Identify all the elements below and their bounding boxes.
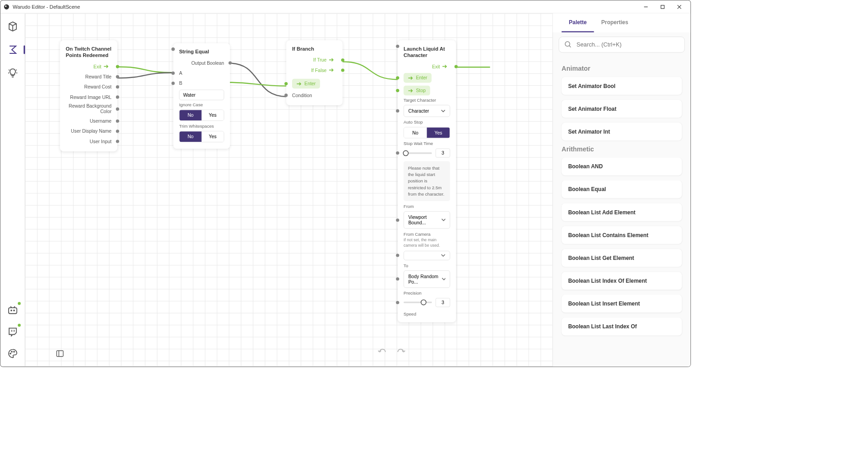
redo-button[interactable] [394,345,408,358]
svg-point-8 [13,310,14,311]
left-sidebar [0,13,25,367]
node-title: On Twitch Channel Points Redeemed [60,46,117,62]
stop-wait-value[interactable]: 3 [435,149,450,158]
status-dot [18,324,21,326]
svg-point-16 [565,41,570,46]
palette-item[interactable]: Boolean Equal [562,181,682,198]
palette-item[interactable]: Set Animator Float [562,100,682,118]
node-string-equal[interactable]: String Equal Output Boolean A B Ignore C… [173,43,230,149]
from-camera-select[interactable] [403,251,450,260]
titlebar: Warudo Editor - DefaultScene [0,0,690,14]
right-panel: Palette Properties Animator Set Animator… [553,13,690,367]
search-input[interactable] [576,41,679,48]
node-if-branch[interactable]: If Branch If True If False Enter Conditi… [286,40,342,105]
stop-wait-slider[interactable] [403,152,432,154]
tab-palette[interactable]: Palette [562,13,594,32]
svg-point-0 [4,4,9,9]
palette-item[interactable]: Boolean AND [562,157,682,175]
sidebar-sigma-icon[interactable] [5,42,20,57]
svg-point-13 [13,351,14,352]
category-title: Arithmetic [562,145,682,153]
precision-value[interactable]: 3 [435,298,450,307]
sidebar-palette-icon[interactable] [5,346,20,361]
enter-button[interactable]: Enter [403,73,431,83]
node-launch-liquid[interactable]: Launch Liquid At Character Exit Enter St… [398,40,456,322]
target-character-select[interactable]: Character [403,105,450,117]
palette-item[interactable]: Boolean List Index Of Element [562,272,682,290]
svg-rect-6 [9,308,17,314]
ignore-case-toggle[interactable]: No Yes [179,110,224,121]
palette-item[interactable]: Boolean List Contains Element [562,226,682,244]
precision-slider[interactable] [403,302,432,303]
node-title: If Branch [286,46,342,55]
palette-item[interactable]: Boolean List Add Element [562,203,682,221]
stop-button[interactable]: Stop [403,86,430,95]
window-title: Warudo Editor - DefaultScene [13,4,638,10]
trim-ws-toggle[interactable]: No Yes [179,131,224,143]
tab-properties[interactable]: Properties [594,13,636,32]
palette-list[interactable]: Animator Set Animator Bool Set Animator … [553,57,691,367]
minimize-button[interactable] [638,1,654,12]
sidebar-bilibili-icon[interactable] [5,303,20,317]
svg-rect-14 [57,351,63,357]
node-twitch-points[interactable]: On Twitch Channel Points Redeemed Exit R… [60,40,117,151]
svg-point-1 [5,5,6,7]
app-icon [3,4,10,10]
palette-item[interactable]: Boolean List Last Index Of [562,318,682,336]
svg-point-12 [11,351,12,352]
to-select[interactable]: Body Random Po... [403,270,450,288]
sidebar-cube-icon[interactable] [5,19,20,34]
sidebar-lightbulb-icon[interactable] [5,66,20,80]
svg-line-17 [569,46,571,47]
node-title: Launch Liquid At Character [398,46,456,62]
palette-item[interactable]: Boolean List Insert Element [562,295,682,312]
node-title: String Equal [173,48,230,58]
auto-stop-toggle[interactable]: No Yes [403,127,450,139]
enter-button[interactable]: Enter [292,79,320,88]
b-input[interactable] [179,90,224,100]
search-icon [564,41,572,49]
search-box[interactable] [559,36,685,52]
sidebar-twitch-icon[interactable] [5,325,20,339]
palette-item[interactable]: Set Animator Bool [562,77,682,95]
undo-button[interactable] [376,345,389,358]
from-select[interactable]: Viewport Bound... [403,212,450,229]
palette-item[interactable]: Set Animator Int [562,123,682,140]
note: Please note that the liquid start positi… [403,161,450,202]
maximize-button[interactable] [654,1,671,12]
category-title: Animator [562,65,682,73]
status-dot [18,302,21,305]
svg-point-7 [10,310,11,311]
svg-point-11 [10,353,10,354]
panel-toggle-button[interactable] [56,349,64,359]
palette-item[interactable]: Boolean List Get Element [562,249,682,267]
node-canvas[interactable]: On Twitch Channel Points Redeemed Exit R… [25,13,553,367]
close-button[interactable] [671,1,688,12]
svg-rect-3 [661,5,664,8]
